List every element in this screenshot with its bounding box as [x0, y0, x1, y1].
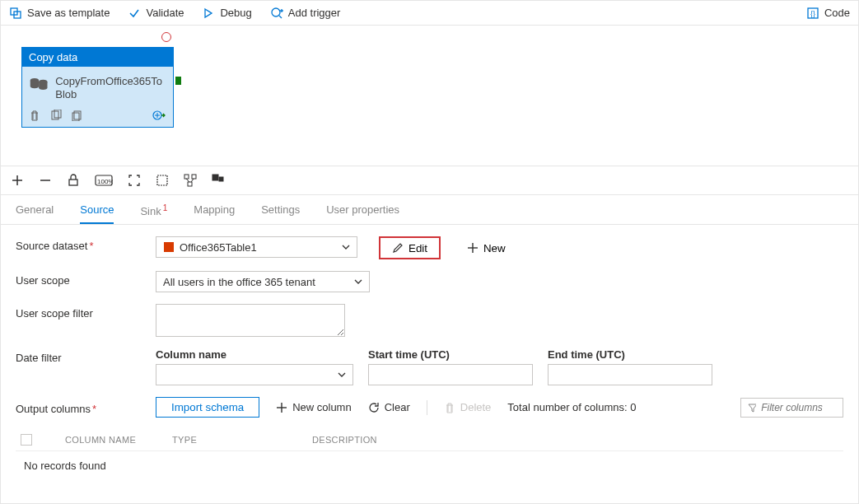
tab-user-properties[interactable]: User properties: [326, 202, 399, 224]
add-trigger-button[interactable]: Add trigger: [270, 7, 341, 20]
svg-rect-26: [188, 182, 192, 186]
filter-columns-input-wrapper[interactable]: [740, 398, 843, 418]
save-template-label: Save as template: [27, 7, 110, 19]
svg-text:{}: {}: [810, 10, 815, 18]
pipeline-canvas[interactable]: Copy data CopyFromOffice365ToBlob: [1, 26, 858, 166]
source-dataset-select[interactable]: Office365Table1: [156, 236, 357, 258]
trash-icon: [444, 402, 455, 413]
start-time-label: Start time (UTC): [368, 348, 533, 361]
edit-label: Edit: [408, 242, 427, 254]
column-name-select[interactable]: [156, 364, 353, 385]
source-panel: Source dataset* Office365Table1 Edit New…: [1, 225, 858, 492]
svg-line-28: [191, 179, 194, 182]
remove-icon[interactable]: [39, 174, 52, 187]
user-scope-select[interactable]: All users in the office 365 tenant: [156, 271, 370, 292]
col-header-type: Type: [172, 435, 279, 445]
user-scope-filter-label: User scope filter: [16, 304, 156, 320]
user-scope-value: All users in the office 365 tenant: [163, 276, 315, 288]
pencil-icon: [392, 242, 404, 254]
code-button[interactable]: {} Code: [806, 7, 850, 20]
column-name-label: Column name: [156, 348, 353, 361]
fit-screen-icon[interactable]: [128, 174, 141, 187]
activity-tabs: General Source Sink1 Mapping Settings Us…: [1, 195, 858, 225]
delete-activity-icon[interactable]: [29, 110, 40, 121]
svg-rect-25: [192, 175, 196, 179]
debug-button[interactable]: Debug: [202, 7, 251, 20]
chevron-down-icon: [354, 278, 362, 286]
minimap-icon[interactable]: [212, 174, 225, 187]
check-icon: [128, 7, 141, 20]
code-label: Code: [824, 7, 850, 19]
activity-type-label: Copy data: [22, 48, 173, 67]
clone-activity-icon[interactable]: [50, 110, 62, 121]
activity-name: CopyFromOffice365ToBlob: [55, 75, 166, 100]
col-header-description: Description: [312, 435, 377, 445]
start-time-input[interactable]: [368, 364, 533, 385]
tab-settings[interactable]: Settings: [261, 202, 300, 224]
no-records-row: No records found: [16, 450, 843, 480]
new-label: New: [483, 242, 506, 254]
play-icon: [202, 7, 215, 20]
copy-activity-action-icon[interactable]: [72, 110, 83, 121]
chevron-down-icon: [338, 371, 346, 379]
delete-button: Delete: [444, 401, 492, 413]
validate-label: Validate: [146, 7, 184, 19]
svg-rect-31: [164, 242, 174, 252]
code-icon: {}: [806, 7, 819, 20]
validate-button[interactable]: Validate: [128, 7, 184, 20]
plus-icon: [467, 242, 479, 254]
svg-rect-30: [219, 177, 223, 181]
lock-icon[interactable]: [67, 174, 80, 187]
svg-rect-29: [212, 175, 218, 180]
edit-dataset-button[interactable]: Edit: [379, 236, 441, 259]
canvas-toolbar: 100%: [1, 166, 858, 195]
validation-error-indicator: [161, 32, 171, 42]
tab-sink[interactable]: Sink1: [140, 202, 167, 224]
source-dataset-value: Office365Table1: [180, 241, 257, 254]
save-template-button[interactable]: Save as template: [9, 7, 110, 20]
user-scope-label: User scope: [16, 271, 156, 287]
zoom-100-icon[interactable]: 100%: [95, 174, 113, 187]
svg-point-2: [272, 8, 280, 16]
svg-line-27: [186, 179, 189, 182]
svg-rect-24: [184, 175, 189, 179]
clear-button[interactable]: Clear: [368, 401, 410, 413]
tab-source[interactable]: Source: [80, 202, 114, 224]
copy-activity-icon: [29, 75, 49, 93]
select-all-checkbox[interactable]: [21, 434, 32, 446]
end-time-input[interactable]: [548, 364, 712, 385]
import-schema-button[interactable]: Import schema: [156, 397, 259, 418]
top-toolbar: Save as template Validate Debug Add trig…: [1, 1, 858, 26]
add-output-icon[interactable]: [152, 109, 166, 122]
trigger-icon: [270, 7, 283, 20]
user-scope-filter-input[interactable]: [156, 304, 345, 337]
auto-arrange-icon[interactable]: [184, 174, 197, 187]
chevron-down-icon: [342, 243, 350, 251]
svg-rect-20: [69, 180, 77, 185]
office365-icon: [163, 241, 175, 253]
end-time-label: End time (UTC): [548, 348, 712, 361]
fullscreen-icon[interactable]: [156, 174, 169, 187]
plus-icon: [276, 402, 287, 413]
save-template-icon: [9, 7, 22, 20]
copy-data-activity[interactable]: Copy data CopyFromOffice365ToBlob: [21, 47, 174, 128]
source-dataset-label: Source dataset*: [16, 236, 156, 252]
filter-columns-input[interactable]: [761, 402, 836, 413]
new-dataset-button[interactable]: New: [459, 236, 514, 259]
total-columns-label: Total number of columns: 0: [507, 401, 636, 413]
svg-rect-23: [157, 175, 167, 185]
date-filter-label: Date filter: [16, 348, 156, 364]
svg-line-3: [279, 16, 282, 18]
output-columns-label: Output columns*: [16, 399, 156, 415]
add-icon[interactable]: [11, 174, 24, 187]
output-columns-table: Column Name Type Description No records …: [16, 429, 843, 480]
svg-text:100%: 100%: [97, 178, 113, 185]
debug-label: Debug: [220, 7, 251, 19]
col-header-name: Column Name: [65, 435, 139, 445]
filter-icon: [748, 403, 756, 413]
tab-mapping[interactable]: Mapping: [194, 202, 235, 224]
tab-general[interactable]: General: [16, 202, 54, 224]
new-column-button[interactable]: New column: [276, 401, 352, 413]
success-connector[interactable]: [175, 77, 181, 85]
refresh-icon: [368, 402, 380, 413]
